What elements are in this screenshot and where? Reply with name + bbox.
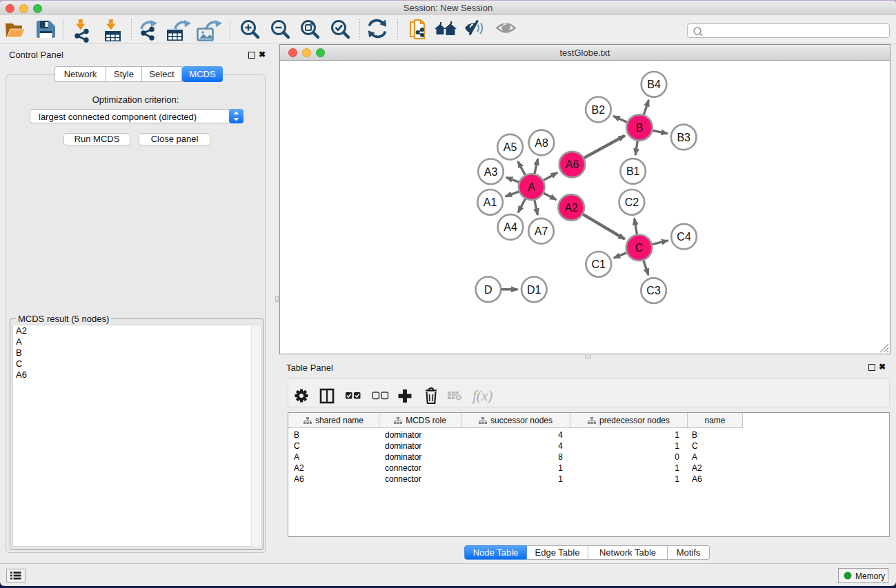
svg-text:f(x): f(x): [472, 387, 492, 404]
svg-text:A5: A5: [504, 141, 517, 153]
svg-text:B2: B2: [592, 104, 606, 116]
svg-text:B: B: [636, 122, 644, 134]
svg-text:A: A: [528, 181, 535, 193]
svg-text:D: D: [484, 284, 492, 296]
svg-text:A3: A3: [484, 166, 498, 178]
svg-text:A8: A8: [535, 137, 548, 149]
svg-text:C3: C3: [646, 285, 661, 296]
svg-text:A7: A7: [535, 225, 548, 237]
svg-text:C2: C2: [625, 196, 639, 208]
svg-text:A1: A1: [484, 196, 497, 208]
svg-text:C1: C1: [592, 258, 606, 270]
svg-text:B4: B4: [647, 79, 661, 90]
svg-text:A2: A2: [564, 202, 578, 214]
svg-text:C: C: [635, 242, 644, 254]
svg-text:D1: D1: [527, 284, 541, 296]
svg-text:A6: A6: [566, 159, 579, 170]
svg-text:C4: C4: [677, 231, 691, 243]
svg-text:B1: B1: [626, 165, 640, 177]
svg-text:A4: A4: [504, 221, 517, 233]
svg-text:B3: B3: [677, 132, 690, 143]
